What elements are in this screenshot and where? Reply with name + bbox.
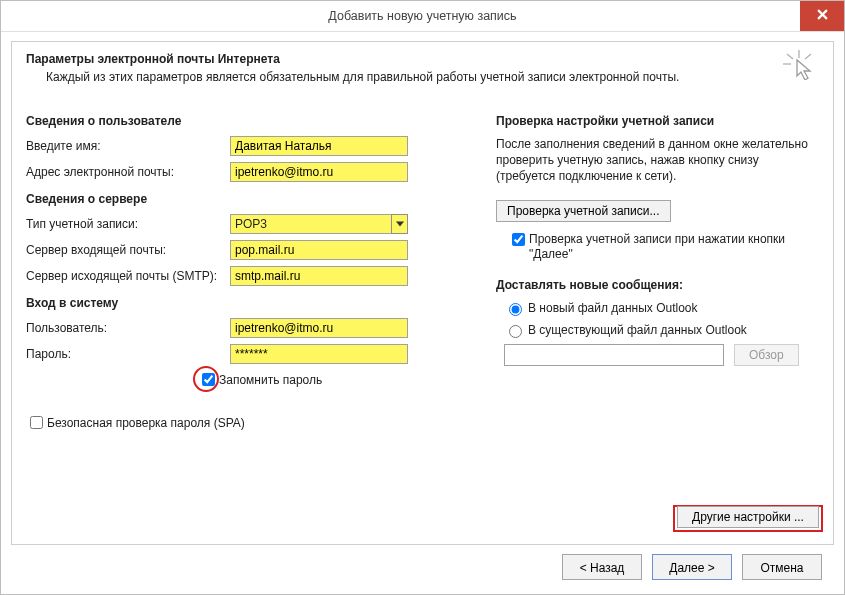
deliver-new-radio[interactable] (509, 303, 522, 316)
name-input[interactable] (230, 136, 408, 156)
section-user-info: Сведения о пользователе (26, 114, 456, 128)
auto-test-label-line2: "Далее" (529, 247, 573, 261)
svg-marker-6 (396, 222, 404, 227)
account-type-select[interactable]: POP3 (230, 214, 408, 234)
section-verify: Проверка настройки учетной записи (496, 114, 819, 128)
svg-line-3 (787, 54, 793, 59)
label-password: Пароль: (26, 347, 230, 361)
page-subtitle: Каждый из этих параметров является обяза… (26, 70, 819, 84)
email-input[interactable] (230, 162, 408, 182)
remember-password-checkbox[interactable] (202, 373, 215, 386)
cancel-button[interactable]: Отмена (742, 554, 822, 580)
auto-test-label-line1: Проверка учетной записи при нажатии кноп… (529, 232, 785, 246)
deliver-existing-radio[interactable] (509, 325, 522, 338)
outgoing-server-input[interactable] (230, 266, 408, 286)
deliver-existing-label: В существующий файл данных Outlook (528, 323, 747, 337)
spa-label: Безопасная проверка пароля (SPA) (47, 416, 245, 430)
label-email: Адрес электронной почты: (26, 165, 230, 179)
section-deliver: Доставлять новые сообщения: (496, 278, 819, 292)
label-name: Введите имя: (26, 139, 230, 153)
close-button[interactable] (800, 1, 844, 31)
chevron-down-icon[interactable] (391, 214, 408, 234)
spa-checkbox[interactable] (30, 416, 43, 429)
window-title: Добавить новую учетную запись (328, 9, 516, 23)
existing-file-input[interactable] (504, 344, 724, 366)
next-button[interactable]: Далее > (652, 554, 732, 580)
label-incoming: Сервер входящей почты: (26, 243, 230, 257)
deliver-new-label: В новый файл данных Outlook (528, 301, 698, 315)
verify-description: После заполнения сведений в данном окне … (496, 136, 819, 184)
username-input[interactable] (230, 318, 408, 338)
incoming-server-input[interactable] (230, 240, 408, 260)
section-login: Вход в систему (26, 296, 456, 310)
svg-line-4 (805, 54, 811, 59)
account-type-value: POP3 (230, 214, 408, 234)
page-title: Параметры электронной почты Интернета (26, 52, 819, 66)
test-account-button[interactable]: Проверка учетной записи... (496, 200, 671, 222)
section-server-info: Сведения о сервере (26, 192, 456, 206)
other-settings-button[interactable]: Другие настройки ... (677, 506, 819, 528)
password-input[interactable] (230, 344, 408, 364)
cursor-sparkle-icon (783, 50, 815, 80)
remember-password-label: Запомнить пароль (219, 373, 322, 387)
browse-button: Обзор (734, 344, 799, 366)
auto-test-checkbox[interactable] (512, 233, 525, 246)
label-outgoing: Сервер исходящей почты (SMTP): (26, 269, 230, 283)
label-account-type: Тип учетной записи: (26, 217, 230, 231)
label-username: Пользователь: (26, 321, 230, 335)
back-button[interactable]: < Назад (562, 554, 642, 580)
close-icon (817, 1, 828, 31)
